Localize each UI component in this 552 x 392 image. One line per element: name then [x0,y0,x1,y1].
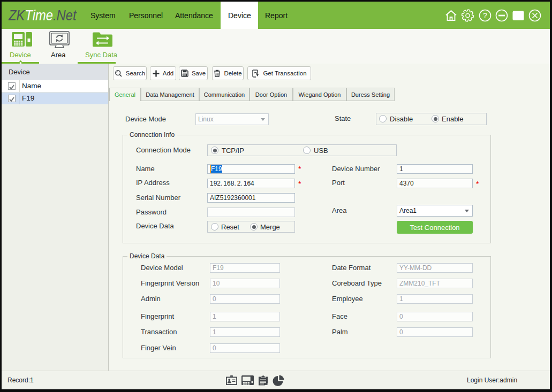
svg-text:?: ? [483,11,487,20]
